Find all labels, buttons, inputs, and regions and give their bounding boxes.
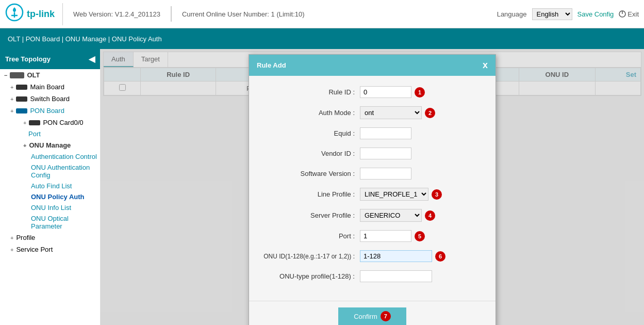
confirm-button[interactable]: Confirm 7: [338, 307, 406, 325]
language-label: Language: [497, 10, 527, 18]
sidebar-item-serviceport[interactable]: + Service Port: [0, 243, 100, 255]
authmode-select[interactable]: ont sn password hybrid: [360, 106, 422, 119]
poncard-label: PON Card0/0: [43, 119, 83, 126]
equid-label: Equid :: [257, 129, 360, 137]
softwareversion-label: Software Version :: [257, 170, 360, 177]
logo-text: tp-link: [27, 9, 55, 20]
separator: [171, 6, 172, 22]
onupolicyauth-label: ONU Policy Auth: [31, 193, 85, 201]
confirm-badge: 7: [381, 311, 391, 321]
authcontrol-label: Authentication Control: [31, 153, 97, 160]
form-row-equid: Equid :: [257, 127, 488, 139]
ruleid-label: Rule ID :: [257, 88, 360, 96]
sidebar-item-port[interactable]: Port: [0, 128, 100, 139]
expand-icon-serviceport: +: [10, 247, 13, 253]
expand-icon-poncard: +: [23, 120, 26, 126]
ruleid-badge: 1: [415, 87, 425, 98]
onutypeprofile-input-area: [360, 270, 488, 282]
sidebar-item-mainboard[interactable]: + Main Board: [0, 81, 100, 93]
language-select[interactable]: English Chinese: [532, 8, 572, 20]
online-users: Current Online User Number: 1 (Limit:10): [182, 10, 305, 18]
expand-icon-mainboard: +: [10, 84, 13, 90]
modal-header: Rule Add x: [249, 55, 496, 76]
softwareversion-input-area: [360, 168, 488, 180]
ruleid-input-area: 1: [360, 86, 488, 98]
sidebar-item-poncard[interactable]: + PON Card0/0: [0, 117, 100, 128]
vendorid-input[interactable]: [360, 148, 411, 159]
confirm-label: Confirm: [354, 313, 377, 320]
sidebar-title: Tree Topology: [5, 55, 51, 63]
main-layout: Tree Topology ◀ − OLT + Main Board + Swi…: [0, 49, 644, 325]
switchboard-label: Switch Board: [30, 95, 70, 103]
form-row-authmode: Auth Mode : ont sn password hybrid 2: [257, 106, 488, 119]
breadcrumb-path: OLT | PON Board | ONU Manage | ONU Polic…: [8, 35, 162, 43]
rule-add-modal: Rule Add x Rule ID : 1 Aut: [249, 54, 496, 325]
modal-close-button[interactable]: x: [483, 60, 488, 71]
lineprofile-badge: 3: [432, 189, 442, 200]
onuoptical-label: ONU Optical Parameter: [31, 215, 69, 230]
sidebar-item-onuinfolist[interactable]: ONU Info List: [0, 202, 100, 213]
ruleid-input[interactable]: [360, 86, 411, 98]
sidebar-item-onumanage[interactable]: + ONU Manage: [0, 139, 100, 151]
ponboard-label: PON Board: [30, 107, 64, 115]
port-input-area: 5: [360, 230, 488, 242]
softwareversion-input[interactable]: [360, 168, 411, 180]
sidebar-item-ponboard[interactable]: + PON Board: [0, 105, 100, 117]
sidebar: Tree Topology ◀ − OLT + Main Board + Swi…: [0, 49, 101, 325]
sidebar-item-autofindlist[interactable]: Auto Find List: [0, 181, 100, 191]
form-row-serverprofile: Server Profile : GENERICO DEFAULT 4: [257, 209, 488, 222]
port-input[interactable]: [360, 230, 411, 242]
modal-body: Rule ID : 1 Auth Mode : ont sn: [249, 76, 496, 301]
exit-button[interactable]: Exit: [619, 10, 639, 18]
content-area: ForoISP Auth Target Rule ID Port: [101, 49, 644, 325]
tp-link-logo-icon: [5, 3, 24, 25]
serverprofile-label: Server Profile :: [257, 212, 360, 219]
sidebar-header[interactable]: Tree Topology ◀: [0, 49, 100, 69]
ponboard-icon: [16, 108, 27, 113]
modal-footer: Confirm 7: [249, 301, 496, 325]
port-form-label: Port :: [257, 232, 360, 240]
vendorid-input-area: [360, 148, 488, 159]
sidebar-item-onuoptical[interactable]: ONU Optical Parameter: [0, 213, 100, 232]
serverprofile-select[interactable]: GENERICO DEFAULT: [360, 209, 422, 222]
save-config-button[interactable]: Save Config: [577, 10, 614, 18]
onutypeprofile-input[interactable]: [360, 270, 432, 282]
sidebar-item-authcontrol[interactable]: Authentication Control: [0, 151, 100, 162]
modal-overlay: Rule Add x Rule ID : 1 Aut: [101, 49, 644, 325]
sidebar-item-olt[interactable]: − OLT: [0, 69, 100, 81]
lineprofile-select[interactable]: LINE_PROFLE_1 LINE_PROFLE_2: [360, 188, 428, 201]
onutypeprofile-label: ONU-type profile(1-128) :: [257, 272, 360, 280]
power-icon: [619, 10, 626, 18]
expand-icon-switchboard: +: [10, 96, 13, 102]
port-label: Port: [28, 130, 41, 138]
onuid-input-area: 6: [360, 250, 488, 262]
form-row-onutypeprofile: ONU-type profile(1-128) :: [257, 270, 488, 282]
sidebar-item-onupolicyauth[interactable]: ONU Policy Auth: [0, 191, 100, 202]
authmode-badge: 2: [425, 108, 435, 118]
form-row-onuid: ONU ID(1-128(e.g.:1-17 or 1,2)) : 6: [257, 250, 488, 262]
header: tp-link Web Version: V1.2.4_201123 Curre…: [0, 0, 644, 28]
sidebar-item-switchboard[interactable]: + Switch Board: [0, 93, 100, 105]
form-row-ruleid: Rule ID : 1: [257, 86, 488, 98]
mainboard-icon: [16, 85, 27, 90]
serverprofile-input-area: GENERICO DEFAULT 4: [360, 209, 488, 222]
expand-icon-onumanage: +: [23, 142, 26, 149]
serverprofile-badge: 4: [425, 210, 435, 221]
olt-device-icon: [10, 72, 24, 78]
onumanage-label: ONU Manage: [29, 141, 71, 149]
sidebar-item-onuauthconfig[interactable]: ONU Authentication Config: [0, 162, 100, 181]
form-row-vendorid: Vendor ID :: [257, 148, 488, 159]
header-info: Web Version: V1.2.4_201123 Current Onlin…: [68, 6, 492, 22]
equid-input[interactable]: [360, 127, 411, 139]
expand-icon-olt: −: [4, 72, 7, 78]
olt-label: OLT: [27, 71, 40, 79]
modal-title: Rule Add: [257, 61, 286, 69]
onuid-badge: 6: [435, 251, 445, 262]
onuid-input[interactable]: [360, 250, 432, 262]
sidebar-item-profile[interactable]: + Profile: [0, 232, 100, 243]
form-row-lineprofile: Line Profile : LINE_PROFLE_1 LINE_PROFLE…: [257, 188, 488, 201]
header-right: Language English Chinese Save Config Exi…: [497, 8, 639, 20]
form-row-softwareversion: Software Version :: [257, 168, 488, 180]
serviceport-label: Service Port: [16, 246, 53, 253]
sidebar-collapse-icon[interactable]: ◀: [89, 54, 95, 64]
